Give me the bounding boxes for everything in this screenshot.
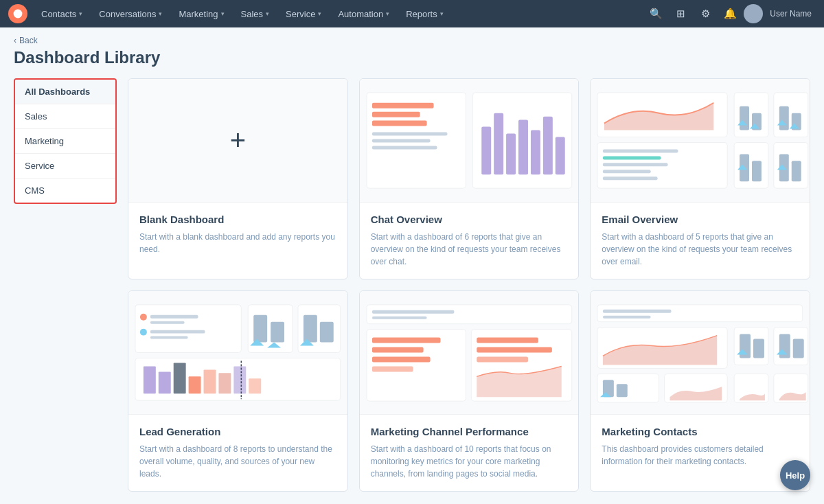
card-blank-body: Blank Dashboard Start with a blank dashb… bbox=[128, 203, 347, 266]
svg-rect-79 bbox=[597, 305, 803, 322]
svg-rect-28 bbox=[603, 149, 678, 152]
sidebar-item-all[interactable]: All Dashboards bbox=[15, 80, 115, 104]
email-preview-chart bbox=[591, 79, 810, 202]
contacts-preview-chart bbox=[591, 291, 810, 414]
svg-rect-68 bbox=[372, 310, 455, 314]
svg-rect-61 bbox=[189, 376, 201, 393]
svg-rect-15 bbox=[555, 137, 564, 175]
card-email-title: Email Overview bbox=[602, 214, 799, 225]
svg-rect-6 bbox=[372, 139, 431, 143]
back-label: Back bbox=[19, 36, 38, 45]
svg-rect-22 bbox=[774, 93, 808, 137]
nav-right: 🔍 ⊞ ⚙ 🔔 User Name bbox=[645, 3, 816, 25]
hubspot-logo[interactable] bbox=[8, 4, 27, 23]
nav-items: Contacts▾ Conversations▾ Marketing▾ Sale… bbox=[33, 0, 645, 27]
svg-point-42 bbox=[140, 314, 147, 321]
nav-contacts[interactable]: Contacts▾ bbox=[33, 0, 91, 27]
card-email-overview[interactable]: Email Overview Start with a dashboard of… bbox=[590, 78, 810, 279]
nav-automation[interactable]: Automation▾ bbox=[330, 0, 398, 27]
nav-sales[interactable]: Sales▾ bbox=[233, 0, 278, 27]
svg-rect-74 bbox=[372, 366, 413, 371]
svg-rect-47 bbox=[150, 336, 188, 339]
card-chat-preview bbox=[360, 79, 579, 203]
svg-rect-3 bbox=[372, 112, 420, 117]
svg-rect-43 bbox=[150, 315, 198, 319]
category-sidebar: All Dashboards Sales Marketing Service C… bbox=[14, 78, 117, 204]
back-arrow-icon: ‹ bbox=[14, 36, 16, 45]
svg-rect-80 bbox=[603, 310, 672, 313]
svg-rect-69 bbox=[372, 317, 427, 319]
svg-rect-29 bbox=[603, 156, 661, 159]
svg-rect-93 bbox=[617, 384, 628, 397]
svg-point-0 bbox=[14, 10, 23, 19]
svg-rect-14 bbox=[543, 117, 553, 175]
svg-rect-23 bbox=[779, 106, 789, 130]
svg-rect-71 bbox=[372, 338, 441, 343]
card-chat-desc: Start with a dashboard of 6 reports that… bbox=[371, 231, 568, 268]
card-marketing-preview bbox=[360, 291, 579, 415]
nav-marketing[interactable]: Marketing▾ bbox=[170, 0, 232, 27]
svg-rect-59 bbox=[159, 371, 171, 393]
nav-conversations[interactable]: Conversations▾ bbox=[91, 0, 170, 27]
svg-rect-31 bbox=[603, 170, 651, 173]
card-lead-desc: Start with a dashboard of 8 reports to u… bbox=[139, 443, 336, 480]
content-layout: All Dashboards Sales Marketing Service C… bbox=[14, 78, 810, 492]
user-name[interactable]: User Name bbox=[766, 9, 816, 19]
top-nav: Contacts▾ Conversations▾ Marketing▾ Sale… bbox=[0, 0, 824, 27]
sidebar-item-marketing[interactable]: Marketing bbox=[15, 129, 115, 154]
svg-rect-62 bbox=[204, 369, 216, 393]
card-lead-generation[interactable]: Lead Generation Start with a dashboard o… bbox=[128, 290, 348, 492]
search-icon[interactable]: 🔍 bbox=[645, 3, 667, 25]
svg-rect-49 bbox=[253, 315, 267, 343]
svg-rect-13 bbox=[531, 130, 540, 175]
notifications-icon[interactable]: 🔔 bbox=[719, 3, 741, 25]
back-link[interactable]: ‹ Back bbox=[14, 27, 810, 48]
nav-reports[interactable]: Reports▾ bbox=[398, 0, 452, 27]
settings-icon[interactable]: ⚙ bbox=[694, 3, 716, 25]
card-lead-preview bbox=[128, 291, 347, 415]
card-marketing-contacts[interactable]: Marketing Contacts This dashboard provid… bbox=[590, 290, 810, 492]
svg-rect-30 bbox=[603, 163, 668, 166]
nav-service[interactable]: Service▾ bbox=[277, 0, 330, 27]
svg-rect-73 bbox=[372, 356, 431, 362]
card-marketing-desc: Start with a dashboard of 10 reports tha… bbox=[371, 443, 568, 480]
card-email-preview bbox=[591, 79, 810, 203]
svg-rect-81 bbox=[603, 316, 651, 319]
svg-rect-10 bbox=[494, 113, 503, 175]
sidebar-item-cms[interactable]: CMS bbox=[15, 179, 115, 203]
page-container: ‹ Back Dashboard Library All Dashboards … bbox=[0, 27, 824, 504]
svg-rect-77 bbox=[477, 347, 552, 353]
card-contacts-preview bbox=[591, 291, 810, 415]
card-contacts-title: Marketing Contacts bbox=[602, 426, 799, 437]
card-marketing-title: Marketing Channel Performance bbox=[371, 426, 568, 437]
card-chat-overview[interactable]: Chat Overview Start with a dashboard of … bbox=[359, 78, 580, 279]
card-contacts-desc: This dashboard provides customers detail… bbox=[602, 443, 799, 468]
svg-rect-41 bbox=[135, 305, 241, 353]
marketing-preview-chart bbox=[360, 291, 579, 414]
sidebar-item-sales[interactable]: Sales bbox=[15, 104, 115, 129]
page-title: Dashboard Library bbox=[14, 48, 810, 67]
svg-rect-37 bbox=[774, 142, 808, 188]
apps-icon[interactable]: ⊞ bbox=[670, 3, 691, 25]
svg-rect-32 bbox=[603, 176, 658, 180]
svg-rect-12 bbox=[518, 120, 528, 175]
card-blank-desc: Start with a blank dashboard and add any… bbox=[139, 231, 336, 255]
svg-point-45 bbox=[140, 329, 147, 336]
svg-rect-72 bbox=[372, 347, 424, 353]
card-chat-title: Chat Overview bbox=[371, 214, 568, 225]
sidebar-item-service[interactable]: Service bbox=[15, 154, 115, 179]
cards-grid: + Blank Dashboard Start with a blank das… bbox=[128, 78, 810, 492]
svg-rect-54 bbox=[304, 315, 317, 343]
card-blank[interactable]: + Blank Dashboard Start with a blank das… bbox=[128, 78, 348, 279]
svg-rect-17 bbox=[734, 93, 768, 137]
svg-rect-60 bbox=[174, 363, 186, 393]
help-button[interactable]: Help bbox=[780, 460, 810, 490]
svg-rect-78 bbox=[477, 356, 528, 362]
svg-rect-9 bbox=[481, 127, 491, 175]
lead-preview-chart bbox=[128, 291, 347, 414]
user-avatar[interactable] bbox=[744, 4, 763, 23]
card-lead-body: Lead Generation Start with a dashboard o… bbox=[128, 415, 347, 491]
svg-rect-67 bbox=[367, 305, 572, 324]
card-email-body: Email Overview Start with a dashboard of… bbox=[591, 203, 810, 279]
card-marketing-channel[interactable]: Marketing Channel Performance Start with… bbox=[359, 290, 580, 492]
